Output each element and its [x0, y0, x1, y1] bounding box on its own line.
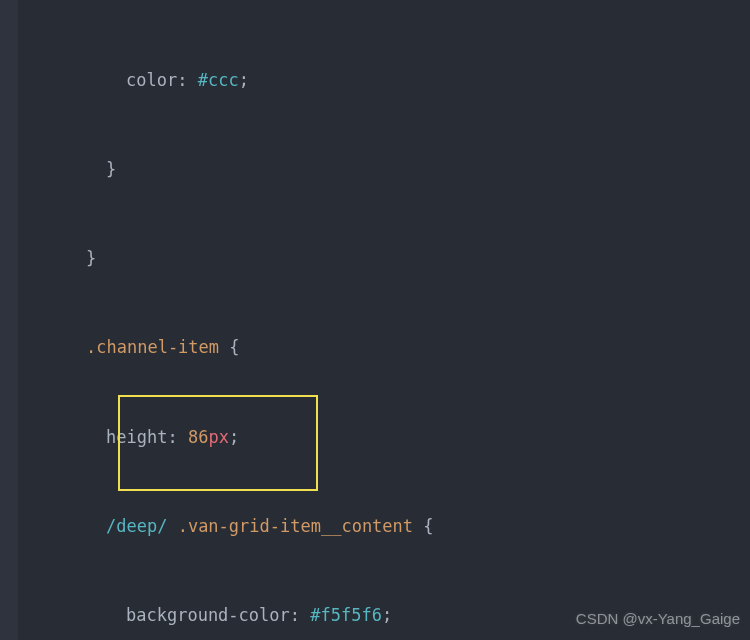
css-property: color: [126, 70, 177, 90]
css-selector: .van-grid-item__content: [167, 516, 413, 536]
watermark-text: CSDN @vx-Yang_Gaige: [576, 606, 740, 632]
code-editor[interactable]: color: #ccc; } } .channel-item { height:…: [0, 0, 750, 640]
brace-close: }: [86, 248, 96, 268]
css-color-value: #f5f5f6: [310, 605, 382, 625]
code-block: color: #ccc; } } .channel-item { height:…: [26, 6, 750, 640]
deep-combinator: /deep/: [106, 516, 167, 536]
css-property: height: [106, 427, 167, 447]
brace-close: }: [106, 159, 116, 179]
css-selector: .channel-item: [86, 337, 219, 357]
css-color-value: #ccc: [198, 70, 239, 90]
gutter: [0, 0, 18, 640]
css-property: background-color: [126, 605, 290, 625]
